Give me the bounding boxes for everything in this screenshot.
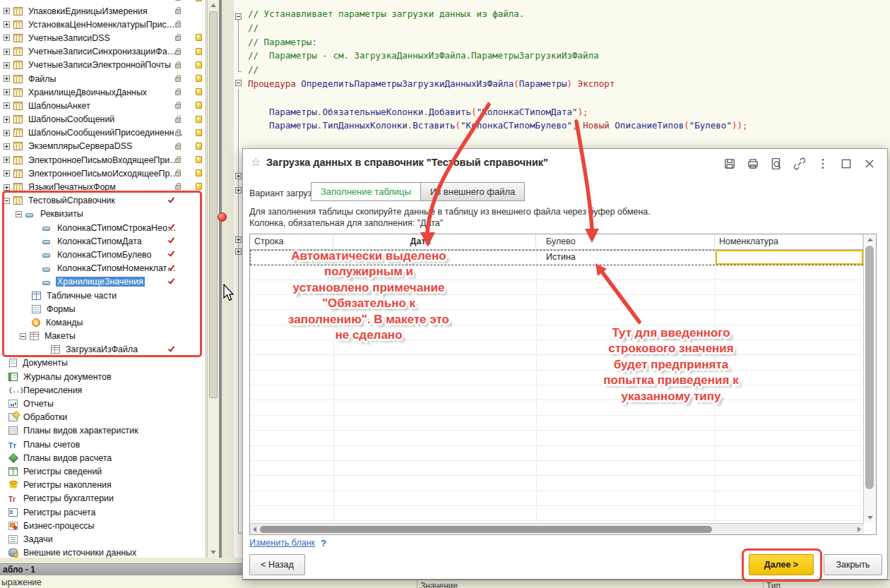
tree-item[interactable]: ЗагрузкаИзФайла: [0, 343, 206, 356]
tab-from-file[interactable]: Из внешнего файла: [421, 182, 525, 201]
tree-item[interactable]: УпаковкиЕдиницыИзмерения: [0, 4, 206, 18]
breakpoint-gutter[interactable]: [220, 0, 234, 563]
preview-icon[interactable]: [770, 157, 783, 170]
close-button[interactable]: Закрыть: [824, 554, 882, 575]
tree-item[interactable]: Внешние источники данных: [0, 546, 206, 558]
scroll-down-icon[interactable]: [867, 516, 873, 520]
tree-item[interactable]: Планы счетов: [0, 438, 206, 451]
table-row[interactable]: [250, 506, 863, 521]
save-icon[interactable]: [723, 157, 736, 170]
collapse-icon[interactable]: [4, 198, 10, 204]
table-row[interactable]: [250, 431, 863, 445]
tree-item[interactable]: ШаблоныАнкет: [0, 99, 206, 112]
scroll-down-icon[interactable]: [210, 551, 216, 554]
tree-item[interactable]: ЭкземплярыСервераDSS: [0, 140, 206, 153]
fold-expand-icon[interactable]: [235, 236, 242, 243]
table-row[interactable]: [250, 476, 863, 491]
tree-item[interactable]: ЭлектронноеПисьмоВходящееПри…: [0, 153, 206, 167]
tree-scrollbar[interactable]: [207, 0, 219, 558]
back-button[interactable]: < Назад: [249, 554, 305, 575]
tree-item[interactable]: Бизнес-процессы: [0, 519, 206, 532]
table-row[interactable]: [250, 385, 863, 400]
close-icon[interactable]: [863, 157, 876, 170]
scroll-up-icon[interactable]: [867, 238, 873, 241]
tree-item[interactable]: УстановкаЦенНоменклатурыПрис…: [0, 18, 206, 31]
expand-icon[interactable]: [4, 49, 10, 55]
tree-item[interactable]: Журналы документов: [0, 370, 206, 383]
table-row[interactable]: [250, 310, 863, 325]
scroll-left-icon[interactable]: [253, 527, 256, 532]
tree-item[interactable]: Регистры накопления: [0, 479, 206, 492]
print-icon[interactable]: [747, 157, 759, 170]
tree-item[interactable]: ЯзыкиПечатныхФорм: [0, 180, 206, 193]
expand-icon[interactable]: [4, 35, 10, 41]
fold-expand-icon[interactable]: [235, 248, 242, 255]
table-row[interactable]: [250, 416, 863, 431]
table-row[interactable]: [250, 325, 863, 340]
tree-item[interactable]: КолонкаСТипомСтрокаНео…: [0, 221, 206, 234]
tree-item[interactable]: Отчеты: [0, 397, 206, 410]
expand-icon[interactable]: [4, 157, 10, 163]
column-header-1[interactable]: Строка: [250, 234, 333, 249]
table-horizontal-scrollbar[interactable]: [250, 523, 864, 534]
tree-item[interactable]: Макеты: [0, 330, 206, 343]
tree-item[interactable]: ТестовыйСправочник: [0, 194, 206, 208]
tree-item[interactable]: Перечисления: [0, 383, 206, 397]
table-row[interactable]: [250, 355, 863, 370]
tree-scrollbar-thumb[interactable]: [209, 11, 218, 398]
tree-item[interactable]: Файлы: [0, 72, 206, 85]
table-body[interactable]: Истина: [250, 250, 863, 522]
table-row[interactable]: [250, 295, 863, 310]
tree-item[interactable]: Формы: [0, 302, 206, 316]
table-row[interactable]: [250, 265, 863, 280]
tree-item[interactable]: КолонкаСТипомДата: [0, 234, 206, 248]
table-row[interactable]: [250, 401, 863, 416]
table-row[interactable]: [250, 340, 863, 355]
data-table[interactable]: СтрокаДатаБулевоНоменклатура Истина: [249, 234, 877, 535]
expand-icon[interactable]: [4, 184, 10, 191]
tree-item[interactable]: Планы видов характеристик: [0, 424, 206, 438]
table-row[interactable]: [250, 461, 863, 476]
tree-item[interactable]: Регистры сведений: [0, 464, 206, 478]
collapse-icon[interactable]: [20, 333, 26, 340]
tree-item[interactable]: ЭлектронноеПисьмоИсходящееПр…: [0, 167, 206, 180]
tree-item[interactable]: КолонкаСТипомБулево: [0, 248, 206, 261]
tree-item[interactable]: УчетныеЗаписиСинхронизацииФа…: [0, 45, 206, 59]
fold-expand-icon[interactable]: [235, 187, 242, 193]
table-row[interactable]: [250, 446, 863, 461]
expand-icon[interactable]: [4, 89, 10, 95]
expand-icon[interactable]: [4, 62, 10, 68]
expand-icon[interactable]: [4, 143, 10, 150]
tab-fill-table[interactable]: Заполнение таблицы: [311, 182, 421, 201]
tree-item[interactable]: Регистры расчета: [0, 505, 206, 519]
scroll-right-icon[interactable]: [858, 527, 861, 532]
change-form-link[interactable]: Изменить бланк: [249, 538, 315, 548]
more-icon[interactable]: [817, 157, 829, 170]
tree-item[interactable]: Табличные части: [0, 289, 206, 302]
table-row[interactable]: [250, 491, 863, 506]
favorite-star-icon[interactable]: ☆: [251, 155, 261, 169]
expand-icon[interactable]: [4, 76, 10, 82]
fold-collapse-icon[interactable]: [235, 80, 242, 86]
column-header-3[interactable]: Булево: [536, 234, 715, 249]
expand-icon[interactable]: [4, 102, 10, 109]
tree-item[interactable]: КолонкаСТипомНоменклат…: [0, 262, 206, 275]
table-row[interactable]: [250, 371, 863, 385]
boolean-cell-value[interactable]: Истина: [546, 252, 576, 262]
tree-item[interactable]: ХранилищеДвоичныхДанных: [0, 85, 206, 99]
panel-splitter[interactable]: [219, 0, 220, 563]
link-icon[interactable]: [793, 157, 806, 170]
column-header-2[interactable]: Дата: [333, 234, 536, 249]
expand-icon[interactable]: [4, 130, 10, 136]
tree-item[interactable]: ШаблоныСообщений: [0, 113, 206, 126]
hscroll-thumb[interactable]: [260, 526, 712, 533]
breakpoint-icon[interactable]: [218, 212, 227, 222]
help-icon[interactable]: ?: [321, 538, 326, 548]
tree-item[interactable]: УчетныеЗаписиDSS: [0, 31, 206, 44]
vscroll-thumb[interactable]: [865, 246, 874, 489]
expand-icon[interactable]: [4, 170, 10, 176]
scroll-up-icon[interactable]: [210, 4, 216, 7]
collapse-icon[interactable]: [16, 211, 22, 217]
expand-icon[interactable]: [4, 21, 10, 28]
maximize-icon[interactable]: [840, 157, 853, 170]
